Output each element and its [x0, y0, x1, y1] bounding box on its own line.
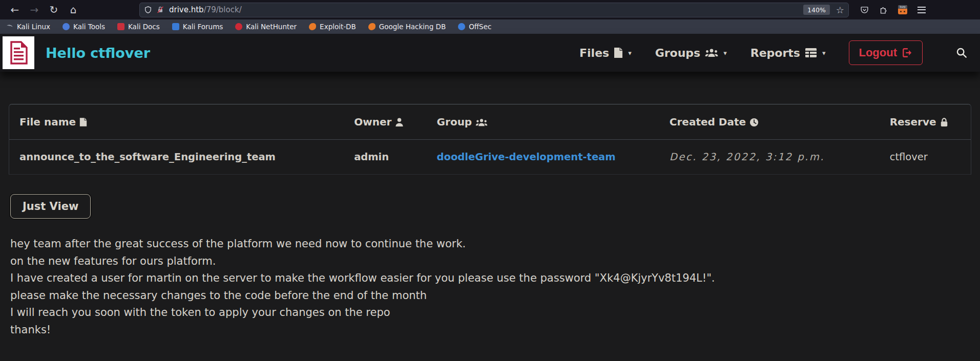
files-table: File name Owner Group Created Date Reser… [9, 104, 971, 175]
message-line: please make the necessary changes to the… [10, 287, 980, 305]
nav-files[interactable]: Files ▾ [579, 47, 632, 59]
lock-icon [940, 117, 948, 127]
document-logo-icon [8, 40, 29, 65]
forward-icon[interactable]: → [27, 2, 42, 17]
col-created-date: Created Date [659, 104, 880, 140]
kali-docs-icon [117, 23, 124, 30]
table-header-row: File name Owner Group Created Date Reser… [9, 104, 971, 140]
bookmark-exploit-db[interactable]: Exploit-DB [309, 23, 356, 31]
url-path: /79/block/ [204, 5, 242, 14]
kali-tools-icon [62, 23, 70, 30]
chevron-down-icon: ▾ [822, 49, 826, 57]
reload-icon[interactable]: ↻ [46, 2, 61, 17]
message-line: thanks! [10, 322, 980, 339]
zoom-level-badge[interactable]: 140% [803, 5, 830, 15]
bookmark-google-hacking-db[interactable]: Google Hacking DB [368, 23, 446, 31]
bookmark-kali-linux[interactable]: Kali Linux [6, 23, 50, 31]
url-bar[interactable]: drive.htb/79/block/ 140% ☆ [139, 3, 849, 17]
file-name-cell: announce_to_the_software_Engineering_tea… [9, 140, 344, 175]
site-logo[interactable] [3, 36, 34, 69]
table-icon [805, 48, 817, 58]
logout-button[interactable]: Logout [849, 40, 923, 65]
toolbar-right: burp [860, 5, 926, 14]
google-hacking-db-icon [368, 23, 376, 30]
message-line: I have created a user for martin on the … [10, 270, 980, 287]
users-icon [705, 48, 718, 58]
col-owner: Owner [344, 104, 426, 140]
greeting-text: Hello ctflover [46, 45, 150, 61]
main-nav: Files ▾ Groups ▾ Reports ▾ Logout [579, 40, 972, 65]
col-file-name: File name [9, 104, 344, 140]
bookmark-kali-tools[interactable]: Kali Tools [62, 23, 105, 31]
back-icon[interactable]: ← [7, 2, 23, 17]
page-content: File name Owner Group Created Date Reser… [0, 72, 980, 361]
file-content-text: hey team after the great success of the … [10, 236, 980, 339]
shield-icon[interactable] [144, 6, 152, 14]
clock-icon [749, 118, 759, 127]
file-icon [79, 117, 87, 127]
bookmarks-bar: Kali Linux Kali Tools Kali Docs Kali For… [0, 19, 980, 34]
home-icon[interactable]: ⌂ [66, 2, 81, 17]
message-line: hey team after the great success of the … [10, 236, 980, 253]
owner-cell: admin [344, 140, 426, 175]
pocket-icon[interactable] [860, 6, 869, 14]
nav-reports[interactable]: Reports ▾ [750, 47, 826, 59]
bookmark-kali-nethunter[interactable]: Kali NetHunter [235, 23, 297, 31]
search-button[interactable] [951, 43, 972, 63]
chevron-down-icon: ▾ [723, 49, 727, 57]
message-line: I will reach you soon with the token to … [10, 304, 980, 322]
just-view-button[interactable]: Just View [10, 194, 91, 219]
nav-groups[interactable]: Groups ▾ [655, 47, 727, 59]
message-line: on the new features for ours platform. [10, 253, 980, 270]
created-date-cell: Dec. 23, 2022, 3:12 p.m. [659, 140, 880, 175]
chevron-down-icon: ▾ [628, 49, 632, 57]
users-icon [475, 118, 488, 127]
url-host: drive.htb [169, 5, 204, 14]
extensions-puzzle-icon[interactable] [879, 6, 888, 14]
file-icon [614, 47, 623, 58]
offsec-icon [458, 23, 465, 30]
kali-dragon-icon [6, 23, 13, 30]
bookmark-kali-forums[interactable]: Kali Forums [172, 23, 223, 31]
bookmark-kali-docs[interactable]: Kali Docs [117, 23, 160, 31]
person-icon [395, 117, 404, 127]
group-link[interactable]: doodleGrive-development-team [437, 151, 616, 163]
insecure-lock-icon[interactable] [156, 6, 164, 14]
site-header: Hello ctflover Files ▾ Groups ▾ Reports … [0, 34, 980, 72]
kali-forums-icon [172, 23, 179, 30]
group-cell: doodleGrive-development-team [427, 140, 659, 175]
bookmark-star-icon[interactable]: ☆ [836, 5, 844, 15]
sign-out-icon [902, 48, 913, 58]
exploit-db-icon [309, 23, 316, 30]
kali-nethunter-icon [235, 23, 242, 30]
col-group: Group [427, 104, 659, 140]
reserve-cell: ctflover [880, 140, 971, 175]
menu-hamburger-icon[interactable] [918, 7, 926, 13]
file-row: announce_to_the_software_Engineering_tea… [9, 140, 971, 175]
burp-extension-icon[interactable]: burp [898, 5, 907, 14]
search-icon [956, 47, 967, 58]
bookmark-offsec[interactable]: OffSec [458, 23, 491, 31]
url-text[interactable]: drive.htb/79/block/ [169, 5, 803, 14]
browser-toolbar: ← → ↻ ⌂ drive.htb/79/block/ 140% ☆ burp [0, 0, 980, 19]
col-reserve: Reserve [880, 104, 971, 140]
